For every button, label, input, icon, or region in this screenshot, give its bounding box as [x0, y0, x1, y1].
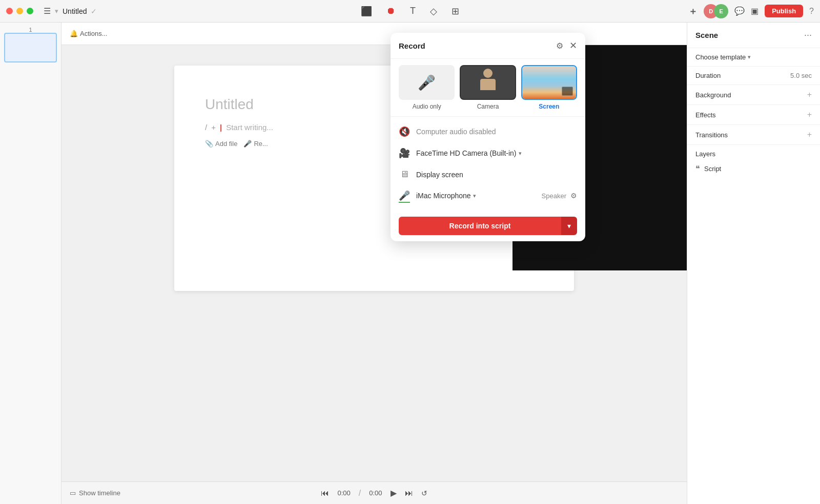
background-section[interactable]: Background +	[687, 85, 820, 105]
record-icon[interactable]: ⏺	[384, 4, 398, 18]
slash-icon: /	[205, 123, 207, 132]
editor-area: 🔔 Actions... Untitled / + | Start writin…	[61, 23, 687, 504]
modal-header: Record ⚙ ✕	[391, 33, 585, 59]
speaker-label: Speaker	[542, 192, 566, 200]
titlebar-center: ⬛ ⏺ T ◇ ⊞	[359, 4, 461, 19]
audio-disabled-icon: 🔇	[399, 126, 410, 137]
time-total: 0:00	[369, 489, 382, 497]
person-silhouette	[478, 69, 498, 97]
mic-chevron-icon: ▾	[473, 193, 476, 199]
actions-button[interactable]: 🔔 Actions...	[70, 30, 107, 37]
editor-placeholder[interactable]: Start writing...	[226, 123, 273, 132]
bottom-bar: ▭ Show timeline ⏮ 0:00 / 0:00 ▶ ⏭ ↺	[61, 481, 687, 504]
slide-thumbnail[interactable]	[4, 33, 57, 62]
record-inline-button[interactable]: 🎤 Re...	[243, 140, 268, 148]
template-chevron-icon: ▾	[748, 54, 751, 60]
add-file-button[interactable]: 📎 Add file	[205, 140, 237, 148]
choose-template-section[interactable]: Choose template ▾	[687, 48, 820, 67]
tab-screen[interactable]: Screen	[521, 65, 577, 110]
avatars-group: D E	[704, 4, 728, 18]
duration-row: Duration 5.0 sec	[687, 67, 820, 85]
screen-label: Screen	[539, 103, 559, 110]
sidebar-toggle-icon[interactable]: ☰	[44, 6, 51, 16]
effects-section[interactable]: Effects +	[687, 105, 820, 125]
save-status-icon: ✓	[91, 7, 97, 15]
editor-toolbar: 🔔 Actions...	[61, 23, 687, 45]
right-panel: Scene ··· Choose template ▾ Duration 5.0…	[687, 23, 820, 504]
effects-add-icon[interactable]: +	[807, 110, 812, 119]
camera-option-row: 🎥 FaceTime HD Camera (Built-in) ▾	[391, 142, 585, 164]
plus-icon: +	[211, 123, 216, 132]
text-cursor: |	[220, 123, 222, 132]
close-modal-icon[interactable]: ✕	[569, 40, 577, 51]
show-timeline-button[interactable]: ▭ Show timeline	[70, 489, 120, 497]
slide-number: 1	[4, 27, 57, 33]
fast-forward-button[interactable]: ⏭	[405, 489, 413, 498]
settings-icon[interactable]: ⚙	[556, 41, 563, 51]
close-traffic-light[interactable]	[6, 8, 13, 14]
record-dropdown-button[interactable]: ▾	[561, 217, 577, 235]
screen-small-overlay	[562, 87, 573, 96]
minimize-traffic-light[interactable]	[16, 8, 23, 14]
camera-preview	[461, 66, 515, 99]
rewind-button[interactable]: ⏮	[321, 489, 329, 498]
time-current: 0:00	[337, 489, 350, 497]
mic-option-label: iMac Microphone	[416, 192, 471, 200]
slides-panel: 1	[0, 23, 61, 504]
camera-option-icon: 🎥	[399, 148, 410, 159]
audio-sliders-icon[interactable]: ⚙	[570, 192, 577, 200]
play-button[interactable]: ▶	[391, 488, 397, 498]
text-icon[interactable]: T	[408, 4, 418, 18]
chevron-down-icon[interactable]: ▾	[55, 7, 58, 15]
layout-icon[interactable]: ▣	[751, 6, 758, 16]
layers-section: Layers ❝ Script	[687, 145, 820, 181]
playback-controls: ⏮ 0:00 / 0:00 ▶ ⏭ ↺	[321, 488, 427, 498]
camera-option-label: FaceTime HD Camera (Built-in)	[416, 149, 517, 157]
slides-view-icon[interactable]: ⬛	[359, 4, 374, 19]
titlebar-left: ☰ ▾ Untitled ✓	[6, 6, 97, 16]
camera-dropdown[interactable]: FaceTime HD Camera (Built-in) ▾	[416, 149, 522, 157]
help-icon[interactable]: ?	[809, 7, 814, 16]
camera-chevron-icon: ▾	[519, 150, 522, 157]
mic-dropdown[interactable]: iMac Microphone ▾	[416, 192, 476, 200]
tab-audio-only[interactable]: 🎤 Audio only	[399, 65, 455, 110]
comments-icon[interactable]: 💬	[734, 6, 745, 16]
titlebar-right: ＋ D E 💬 ▣ Publish ?	[688, 4, 814, 18]
modal-footer: Record into script ▾	[391, 211, 585, 241]
screen-thumb	[521, 65, 577, 100]
titlebar: ☰ ▾ Untitled ✓ ⬛ ⏺ T ◇ ⊞ ＋ D E 💬 ▣ Publi…	[0, 0, 820, 23]
script-layer-icon: ❝	[695, 164, 700, 174]
transitions-section[interactable]: Transitions +	[687, 125, 820, 145]
background-add-icon[interactable]: +	[807, 90, 812, 99]
add-icon[interactable]: ＋	[688, 5, 698, 17]
publish-button[interactable]: Publish	[765, 5, 803, 17]
audio-only-label: Audio only	[413, 103, 441, 110]
layer-item[interactable]: ❝ Script	[695, 162, 812, 176]
computer-audio-row: 🔇 Computer audio disabled	[391, 121, 585, 142]
time-separator: /	[359, 489, 361, 498]
choose-template-row: Choose template ▾	[695, 53, 751, 61]
microphone-option-row: 🎤 iMac Microphone ▾ Speaker ⚙	[391, 185, 585, 206]
transitions-add-icon[interactable]: +	[807, 130, 812, 139]
display-option-row: 🖥 Display screen	[391, 164, 585, 185]
screen-preview	[522, 66, 576, 99]
camera-label: Camera	[477, 103, 499, 110]
add-file-icon: 📎	[205, 140, 213, 148]
grid-icon[interactable]: ⊞	[449, 4, 461, 19]
layer-script-name: Script	[704, 165, 721, 173]
loop-button[interactable]: ↺	[421, 489, 427, 497]
actions-icon: 🔔	[70, 30, 78, 37]
traffic-lights	[6, 8, 33, 14]
modal-options: 🔇 Computer audio disabled 🎥 FaceTime HD …	[391, 117, 585, 211]
transitions-label: Transitions	[695, 131, 728, 139]
maximize-traffic-light[interactable]	[27, 8, 33, 14]
mic-option-icon: 🎤	[399, 190, 410, 201]
scene-title: Scene	[695, 31, 718, 39]
shapes-icon[interactable]: ◇	[428, 4, 439, 19]
record-into-script-button[interactable]: Record into script	[399, 217, 561, 235]
more-options-icon[interactable]: ···	[804, 30, 812, 40]
record-dropdown-chevron: ▾	[567, 222, 571, 230]
scene-header: Scene ···	[687, 23, 820, 48]
person-body	[480, 79, 496, 90]
tab-camera[interactable]: Camera	[460, 65, 516, 110]
